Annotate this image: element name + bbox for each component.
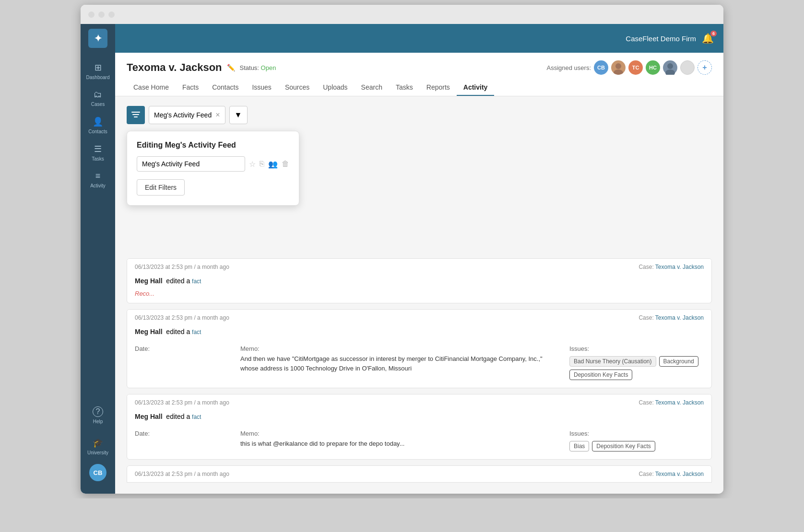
case-link-1[interactable]: Texoma v. Jackson	[655, 264, 704, 270]
filter-bar: Meg's Activity Feed × ▼	[127, 106, 712, 124]
tab-contacts[interactable]: Contacts	[205, 80, 245, 96]
activity-card-4-partial: 06/13/2023 at 2:53 pm / a month ago Case…	[127, 465, 712, 483]
issues-label-3: Issues:	[569, 430, 704, 437]
svg-point-2	[667, 63, 673, 69]
case-link-2[interactable]: Texoma v. Jackson	[655, 314, 704, 321]
sidebar-item-activity[interactable]: ≡ Activity	[81, 166, 115, 193]
tab-search[interactable]: Search	[355, 80, 389, 96]
activity-case-link-4: Case: Texoma v. Jackson	[638, 471, 704, 477]
avatar-hc[interactable]: HC	[646, 60, 660, 75]
activity-rec-text: Reco...	[135, 290, 154, 297]
user-avatar[interactable]: CB	[89, 464, 106, 481]
traffic-light-close[interactable]	[88, 12, 95, 18]
activity-user-2: Meg Hall	[135, 328, 163, 335]
fact-memo-col-3: Memo: this is what @erikalance did to pr…	[240, 430, 560, 451]
fact-issues-col-2: Issues: Bad Nurse Theory (Causation) Bac…	[569, 345, 704, 380]
filter-dropdown-button[interactable]: ▼	[229, 106, 248, 124]
activity-case-link-3: Case: Texoma v. Jackson	[638, 399, 704, 406]
star-icon[interactable]: ☆	[249, 160, 256, 169]
traffic-light-max[interactable]	[108, 12, 115, 18]
issues-label-2: Issues:	[569, 345, 704, 352]
sidebar-item-label: Contacts	[88, 129, 107, 134]
edit-popup-input-row: ☆ ⎘ 👥 🗑	[137, 156, 289, 172]
fact-row-2: Date: Memo: And then we have "CitiMortga…	[127, 340, 711, 388]
date-label-3: Date:	[135, 430, 231, 437]
sidebar-item-label: Cases	[91, 102, 105, 107]
sidebar-item-label: Activity	[90, 183, 106, 188]
share-icon[interactable]: 👥	[268, 160, 278, 169]
notification-bell[interactable]: 🔔 6	[702, 33, 714, 44]
case-link-3[interactable]: Texoma v. Jackson	[655, 399, 704, 406]
tab-facts[interactable]: Facts	[176, 80, 205, 96]
issue-tag-dep-key-facts-3[interactable]: Deposition Key Facts	[592, 441, 655, 451]
activity-user-3: Meg Hall	[135, 413, 163, 420]
fact-issues-col-3: Issues: Bias Deposition Key Facts	[569, 430, 704, 451]
activity-text-1: Meg Hall edited a fact	[127, 275, 711, 289]
issue-tag-causation[interactable]: Bad Nurse Theory (Causation)	[569, 356, 656, 367]
sidebar-item-help[interactable]: ? Help	[81, 402, 115, 429]
tab-activity[interactable]: Activity	[457, 80, 495, 96]
tab-reports[interactable]: Reports	[420, 80, 457, 96]
traffic-light-min[interactable]	[98, 12, 105, 18]
active-filter-tag: Meg's Activity Feed ×	[149, 106, 225, 124]
date-label-2: Date:	[135, 345, 231, 352]
content-area: Meg's Activity Feed × ▼ Editing Meg's Ac…	[115, 96, 723, 494]
add-user-button[interactable]: +	[698, 60, 712, 75]
copy-icon[interactable]: ⎘	[260, 160, 264, 168]
edit-filters-button[interactable]: Edit Filters	[137, 179, 185, 196]
tab-tasks[interactable]: Tasks	[389, 80, 420, 96]
activity-card-header-2: 06/13/2023 at 2:53 pm / a month ago Case…	[127, 310, 711, 326]
filter-icon-button[interactable]	[127, 106, 145, 124]
activity-text-3: Meg Hall edited a fact	[127, 411, 711, 425]
titlebar	[81, 5, 723, 24]
tab-case-home[interactable]: Case Home	[127, 80, 176, 96]
sidebar: ✦ ⊞ Dashboard 🗂 Cases 👤 Contacts ☰ Tasks…	[81, 24, 115, 494]
sidebar-item-dashboard[interactable]: ⊞ Dashboard	[81, 58, 115, 85]
activity-card-header-1: 06/13/2023 at 2:53 pm / a month ago Case…	[127, 259, 711, 275]
case-title: Texoma v. Jackson	[127, 61, 222, 74]
memo-value-2: And then we have "CitiMortgage as succes…	[240, 354, 560, 373]
delete-icon[interactable]: 🗑	[282, 160, 289, 168]
feed-name-input[interactable]	[137, 156, 245, 172]
tab-sources[interactable]: Sources	[278, 80, 316, 96]
memo-value-3: this is what @erikalance did to prepare …	[240, 439, 560, 449]
activity-action-link-2[interactable]: fact	[192, 329, 201, 335]
activity-card-3: 06/13/2023 at 2:53 pm / a month ago Case…	[127, 394, 712, 460]
assigned-label: Assigned users:	[547, 64, 591, 71]
sidebar-item-contacts[interactable]: 👤 Contacts	[81, 112, 115, 139]
edit-feed-popup: Editing Meg's Activity Feed ☆ ⎘ 👥 🗑 Edit…	[127, 131, 299, 206]
tab-uploads[interactable]: Uploads	[316, 80, 354, 96]
avatar-user2[interactable]	[611, 60, 626, 75]
activity-icon: ≡	[95, 171, 101, 181]
sidebar-item-tasks[interactable]: ☰ Tasks	[81, 139, 115, 166]
avatar-tc[interactable]: TC	[628, 60, 643, 75]
sidebar-item-university[interactable]: 🎓 University	[81, 433, 115, 460]
issue-tag-dep-key-facts[interactable]: Deposition Key Facts	[569, 370, 632, 380]
svg-rect-5	[132, 114, 139, 115]
activity-action-link-1[interactable]: fact	[192, 278, 201, 285]
avatar-user5[interactable]	[663, 60, 677, 75]
case-link-4[interactable]: Texoma v. Jackson	[655, 471, 704, 477]
tab-issues[interactable]: Issues	[245, 80, 278, 96]
avatar-cb[interactable]: CB	[594, 60, 608, 75]
fact-row-3: Date: Memo: this is what @erikalance did…	[127, 425, 711, 459]
filter-tag-label: Meg's Activity Feed	[154, 111, 212, 119]
svg-point-0	[615, 63, 621, 69]
edit-popup-title: Editing Meg's Activity Feed	[137, 141, 289, 150]
avatar-blank	[680, 60, 695, 75]
sidebar-item-cases[interactable]: 🗂 Cases	[81, 85, 115, 112]
activity-action-link-3[interactable]: fact	[192, 414, 201, 420]
app-logo[interactable]: ✦	[88, 29, 107, 48]
notif-badge: 6	[710, 31, 717, 36]
filter-tag-close[interactable]: ×	[215, 111, 220, 119]
issue-tag-bias[interactable]: Bias	[569, 441, 589, 451]
activity-card-header-4: 06/13/2023 at 2:53 pm / a month ago Case…	[127, 466, 711, 482]
activity-timestamp-3: 06/13/2023 at 2:53 pm / a month ago	[135, 399, 229, 406]
popup-icons: ☆ ⎘ 👥 🗑	[249, 160, 289, 169]
activity-timestamp-2: 06/13/2023 at 2:53 pm / a month ago	[135, 314, 229, 321]
issue-tag-background[interactable]: Background	[659, 356, 698, 367]
case-title-edit-icon[interactable]: ✏️	[227, 64, 235, 71]
sidebar-item-label: Dashboard	[86, 75, 110, 80]
sidebar-item-label: Help	[93, 419, 103, 424]
svg-rect-4	[131, 112, 140, 113]
